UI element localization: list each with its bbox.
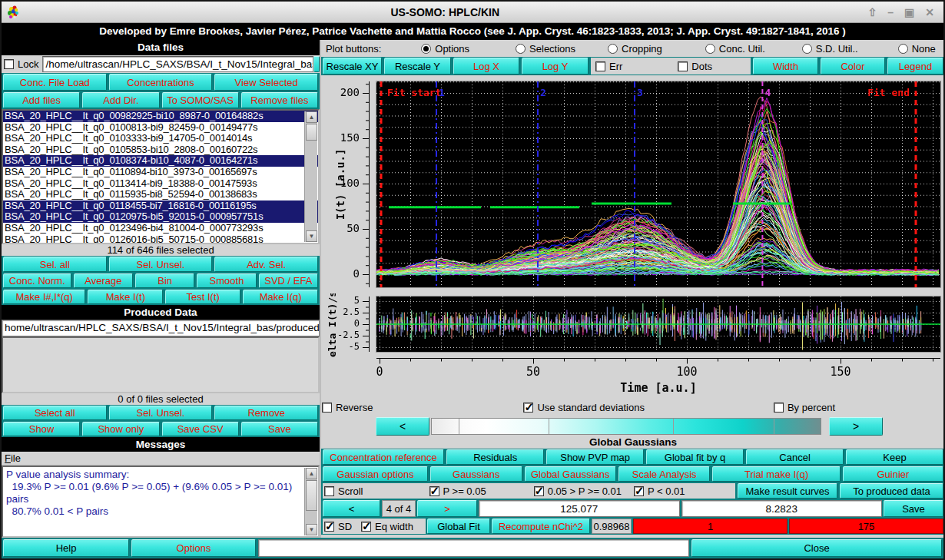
legend-button[interactable]: Legend bbox=[887, 58, 943, 75]
log-x-button[interactable]: Log X bbox=[453, 58, 519, 75]
gaussian-save-button[interactable]: Save bbox=[884, 500, 943, 517]
file-item[interactable]: BSA_20_HPLC__It_q0_0115935-bi8_52594-0_0… bbox=[3, 189, 318, 200]
make-it-button[interactable]: Make I(t) bbox=[88, 290, 163, 304]
rescale-xy-button[interactable]: Rescale XY bbox=[323, 58, 382, 75]
radio-options[interactable]: Options bbox=[421, 43, 469, 55]
gaussian-prev-button[interactable]: < bbox=[323, 500, 380, 517]
file-item[interactable]: BSA_20_HPLC__It_q0_0126016-bi5_50715-0_0… bbox=[3, 234, 318, 244]
radio-cropping[interactable]: Cropping bbox=[608, 43, 662, 55]
log-y-button[interactable]: Log Y bbox=[522, 58, 589, 75]
guinier-button[interactable]: Guinier bbox=[843, 466, 943, 482]
concentrations-button[interactable]: Concentrations bbox=[109, 74, 213, 91]
reverse-checkbox[interactable] bbox=[322, 403, 332, 413]
produced-remove-button[interactable]: Remove bbox=[214, 406, 318, 420]
help-button[interactable]: Help bbox=[3, 539, 129, 557]
shade-window-button[interactable]: ⇧ bbox=[868, 6, 877, 18]
messages-scrollbar[interactable]: ▲ ▼ bbox=[304, 468, 317, 535]
produced-data-list[interactable] bbox=[2, 336, 320, 393]
file-item[interactable]: BSA_20_HPLC__It_q0_0103333-bi9_14705-0_0… bbox=[3, 133, 318, 144]
produced-sel-unsel-button[interactable]: Sel. Unsel. bbox=[109, 406, 213, 420]
minimize-button[interactable]: – bbox=[887, 6, 894, 18]
file-item[interactable]: BSA_20_HPLC__It_q0_0113414-bi9_18388-0_0… bbox=[3, 178, 318, 190]
file-item[interactable]: BSA_20_HPLC__It_q0_0118455-bi7_16816-0_0… bbox=[3, 200, 318, 212]
scale-analysis-button[interactable]: Scale Analysis bbox=[618, 466, 710, 482]
close-button[interactable]: Close bbox=[691, 539, 942, 557]
gaussian-options-button[interactable]: Gaussian options bbox=[323, 466, 428, 482]
concentration-reference-button[interactable]: Concentration reference bbox=[323, 449, 444, 465]
save-csv-button[interactable]: Save CSV bbox=[162, 422, 239, 436]
data-files-path-input[interactable]: /home/ultrascan/HPLC_SAXS/BSA/I_t_Nov15/… bbox=[42, 56, 313, 72]
sel-unsel-button[interactable]: Sel. Unsel. bbox=[109, 257, 213, 272]
svd-efa-button[interactable]: SVD / EFA bbox=[259, 273, 318, 288]
radio-none[interactable]: None bbox=[898, 43, 936, 55]
global-gaussians-button[interactable]: Global Gaussians bbox=[525, 466, 616, 482]
file-item[interactable]: BSA_20_HPLC__It_q0_0100813-bi9_82459-0_0… bbox=[3, 122, 318, 134]
p-lt-001-checkbox[interactable] bbox=[634, 486, 644, 496]
use-sd-checkbox[interactable] bbox=[523, 403, 533, 413]
remove-files-button[interactable]: Remove files bbox=[241, 92, 318, 108]
file-item[interactable]: BSA_20_HPLC__It_q0_00982925-bi10_8987-0_… bbox=[3, 111, 318, 122]
global-fit-button[interactable]: Global Fit bbox=[427, 519, 490, 534]
by-percent-checkbox[interactable] bbox=[774, 403, 784, 413]
produced-select-all-button[interactable]: Select all bbox=[3, 406, 107, 420]
conc-file-load-button[interactable]: Conc. File Load bbox=[3, 74, 107, 91]
sel-all-button[interactable]: Sel. all bbox=[3, 257, 107, 272]
radio-sd-util[interactable]: S.D. Util.. bbox=[802, 43, 858, 55]
smooth-button[interactable]: Smooth bbox=[197, 273, 256, 288]
view-selected-button[interactable]: View Selected bbox=[214, 74, 318, 91]
cancel-button[interactable]: Cancel bbox=[746, 449, 844, 465]
scroll-down-icon[interactable]: ▼ bbox=[306, 524, 317, 535]
bin-button[interactable]: Bin bbox=[135, 273, 194, 288]
lock-checkbox[interactable] bbox=[4, 59, 14, 69]
file-item[interactable]: BSA_20_HPLC__It_q0_0108374-bi10_4087-0_0… bbox=[3, 155, 318, 167]
file-list-scrollbar[interactable]: ▲ ▼ bbox=[304, 111, 317, 242]
file-menu[interactable]: File bbox=[5, 452, 21, 464]
produced-data-path-input[interactable]: home/ultrascan/HPLC_SAXS/BSA/I_t_Nov15/I… bbox=[2, 320, 320, 336]
eq-width-checkbox[interactable] bbox=[361, 522, 371, 532]
trial-make-iq-button[interactable]: Trial make I(q) bbox=[712, 466, 840, 482]
rescale-y-button[interactable]: Rescale Y bbox=[384, 58, 451, 75]
conc-norm-button[interactable]: Conc. Norm. bbox=[3, 273, 71, 288]
scroll-checkbox[interactable] bbox=[324, 486, 334, 496]
scrollbar-thumb[interactable] bbox=[306, 480, 317, 511]
sd-checkbox[interactable] bbox=[324, 522, 334, 532]
residuals-button[interactable]: Residuals bbox=[446, 449, 544, 465]
dots-checkbox[interactable] bbox=[678, 61, 688, 71]
show-pvp-map-button[interactable]: Show PVP map bbox=[546, 449, 644, 465]
scroll-up-icon[interactable]: ▲ bbox=[306, 111, 317, 123]
gaussian-center-field[interactable]: 125.077 bbox=[479, 500, 680, 517]
produced-save-button[interactable]: Save bbox=[241, 422, 318, 436]
color-button[interactable]: Color bbox=[821, 58, 885, 75]
scroll-down-icon[interactable]: ▼ bbox=[306, 230, 317, 242]
add-dir-button[interactable]: Add Dir. bbox=[82, 92, 159, 108]
add-files-button[interactable]: Add files bbox=[3, 92, 80, 108]
p-ge-005-checkbox[interactable] bbox=[429, 486, 439, 496]
colormap-prev-button[interactable]: < bbox=[376, 417, 429, 436]
make-iq-button[interactable]: Make I(q) bbox=[243, 290, 318, 304]
to-produced-data-button[interactable]: To produced data bbox=[840, 483, 943, 499]
global-fit-by-q-button[interactable]: Global fit by q bbox=[646, 449, 744, 465]
gaussian-next-button[interactable]: > bbox=[417, 500, 477, 517]
path-scroll-button[interactable] bbox=[313, 56, 320, 72]
main-plot-canvas[interactable] bbox=[321, 76, 945, 292]
gaussian-width-field[interactable]: 8.2823 bbox=[681, 500, 883, 517]
show-button[interactable]: Show bbox=[3, 422, 80, 436]
to-somo-sas-button[interactable]: To SOMO/SAS bbox=[162, 92, 239, 108]
radio-conc-util[interactable]: Conc. Util. bbox=[705, 43, 765, 55]
gaussian-end-field[interactable]: 175 bbox=[789, 519, 943, 534]
options-button[interactable]: Options bbox=[131, 539, 256, 557]
average-button[interactable]: Average bbox=[74, 273, 133, 288]
width-button[interactable]: Width bbox=[753, 58, 818, 75]
show-only-button[interactable]: Show only bbox=[82, 422, 159, 436]
make-i-star-q-button[interactable]: Make I#,I*(q) bbox=[3, 290, 85, 304]
test-it-button[interactable]: Test I(t) bbox=[165, 290, 240, 304]
radio-selections[interactable]: Selections bbox=[516, 43, 575, 55]
file-item[interactable]: BSA_20_HPLC__It_q0_0123496-bi4_81004-0_0… bbox=[3, 223, 318, 234]
recompute-nchi2-button[interactable]: Recompute nChi^2 bbox=[492, 519, 590, 534]
maximize-button[interactable]: ▣ bbox=[904, 6, 914, 18]
p-mid-checkbox[interactable] bbox=[534, 486, 544, 496]
scrollbar-thumb[interactable] bbox=[306, 124, 317, 141]
colormap-next-button[interactable]: > bbox=[829, 417, 883, 436]
gaussian-start-field[interactable]: 1 bbox=[633, 519, 788, 534]
file-list[interactable]: BSA_20_HPLC__It_q0_00982925-bi10_8987-0_… bbox=[2, 109, 320, 244]
